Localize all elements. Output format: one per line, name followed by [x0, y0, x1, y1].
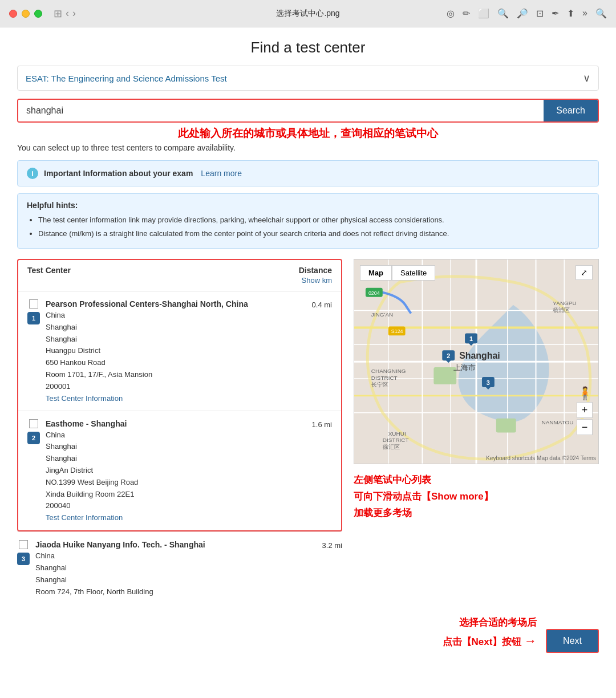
item-3-addr-3: Room 724, 7th Floor, North Building	[35, 586, 317, 598]
chevron-down-icon[interactable]: ∨	[583, 72, 590, 84]
results-section: Test Center Distance Show km 1 Pearson P…	[17, 259, 599, 531]
svg-text:3: 3	[487, 379, 490, 386]
minimize-button[interactable]	[22, 10, 30, 18]
item-2-name: Easthome - Shanghai	[46, 419, 306, 428]
item-1-details: Pearson Professional Centers-Shanghai No…	[46, 299, 306, 403]
svg-text:长宁区: 长宁区	[371, 382, 388, 388]
annotate-icon[interactable]: ◎	[447, 8, 455, 19]
test-center-list: Test Center Distance Show km 1 Pearson P…	[17, 259, 342, 531]
page-title: Find a test center	[17, 39, 599, 56]
zoom-out-icon[interactable]: 🔎	[517, 8, 528, 19]
list-annotation: 左侧笔试中心列表可向下滑动点击【Show more】加载更多考场	[354, 472, 599, 522]
svg-text:CHANGNING: CHANGNING	[371, 368, 406, 374]
item-1-info-link[interactable]: Test Center Information	[46, 394, 306, 403]
item-1-distance: 0.4 mi	[312, 299, 332, 403]
info-box-text: Important Information about your exam	[44, 169, 193, 178]
list-header-center-label: Test Center	[27, 266, 71, 285]
next-annotation: 选择合适的考场后点击【Next】按钮 →	[443, 615, 537, 650]
svg-text:DISTRICT: DISTRICT	[383, 437, 409, 443]
exam-banner-text: ESAT: The Engineering and Science Admiss…	[26, 74, 227, 83]
svg-text:0204: 0204	[368, 290, 380, 296]
more-icon[interactable]: »	[582, 8, 587, 19]
zoom-in-icon[interactable]: 🔍	[497, 8, 509, 19]
search-row: Search	[17, 99, 599, 123]
sidebar-toggle-icon[interactable]: ⊞	[54, 7, 62, 20]
item-1-checkbox[interactable]	[29, 299, 38, 309]
learn-more-link[interactable]: Learn more	[201, 169, 242, 178]
svg-text:S124: S124	[391, 328, 403, 334]
item-3-details: Jiaoda Huike Nanyang Info. Tech. - Shang…	[35, 540, 317, 598]
svg-text:XUHUI: XUHUI	[388, 431, 406, 437]
show-km-link[interactable]: Show km	[302, 276, 332, 285]
info-box: i Important Information about your exam …	[17, 160, 599, 186]
item-3-checkbox[interactable]	[19, 540, 28, 549]
svg-rect-15	[433, 367, 456, 384]
item-2-distance: 1.6 mi	[312, 419, 332, 522]
item-3-distance: 3.2 mi	[322, 540, 342, 598]
toolbar-icons: ◎ ✏ ⬜ 🔍 🔎 ⊡ ✒ ⬆ » 🔍	[447, 8, 607, 19]
map-zoom-controls: + −	[577, 402, 593, 435]
svg-text:徐汇区: 徐汇区	[383, 444, 400, 450]
item-3-name: Jiaoda Huike Nanyang Info. Tech. - Shang…	[35, 540, 317, 549]
item-1-addr-6: 200001	[46, 381, 306, 393]
maximize-button[interactable]	[34, 10, 42, 18]
svg-text:YANGPU: YANGPU	[553, 300, 576, 306]
item-1-addr-0: China	[46, 310, 306, 322]
exam-banner: ESAT: The Engineering and Science Admiss…	[17, 66, 599, 91]
hint-item-1: The test center information link may pro…	[38, 214, 589, 226]
item-2-addr-2: Shanghai	[46, 453, 306, 465]
test-center-item-2: 2 Easthome - Shanghai China Shanghai Sha…	[18, 411, 341, 531]
map-expand-icon[interactable]: ⤢	[576, 265, 593, 280]
search-annotation-chinese: 此处输入所在的城市或具体地址，查询相应的笔试中心	[17, 126, 599, 141]
zoom-in-button[interactable]: +	[577, 402, 593, 418]
item-1-addr-5: Room 1701, 17/F., Asia Mansion	[46, 369, 306, 381]
tab-map[interactable]: Map	[360, 265, 392, 281]
pegman-icon[interactable]: 🧍	[577, 386, 593, 401]
zoom-out-button[interactable]: −	[577, 419, 593, 435]
search-button[interactable]: Search	[544, 100, 598, 121]
map-svg: Shanghai 上海市 CHANGNING DISTRICT 长宁区 JING…	[354, 259, 598, 464]
list-header-distance-area: Distance Show km	[299, 266, 332, 285]
close-button[interactable]	[9, 10, 17, 18]
item-2-addr-4: NO.1399 West Beijing Road	[46, 477, 306, 489]
search-input[interactable]	[18, 100, 544, 121]
forward-icon[interactable]: ›	[72, 7, 76, 20]
item-2-info-link[interactable]: Test Center Information	[46, 513, 306, 522]
item-2-details: Easthome - Shanghai China Shanghai Shang…	[46, 419, 306, 522]
share-icon[interactable]: ⬆	[567, 8, 574, 19]
next-button[interactable]: Next	[546, 629, 599, 653]
zoom-fit-icon[interactable]: ⊡	[536, 8, 544, 19]
svg-text:杨浦区: 杨浦区	[552, 307, 570, 313]
search-icon[interactable]: 🔍	[595, 8, 607, 19]
draw-icon[interactable]: ✒	[552, 8, 559, 19]
test-center-item-1: 1 Pearson Professional Centers-Shanghai …	[18, 291, 341, 411]
item-1-checkbox-area: 1	[27, 299, 40, 403]
item-2-checkbox[interactable]	[29, 419, 38, 428]
item-1-addr-3: Huangpu District	[46, 345, 306, 357]
edit-icon[interactable]: ✏	[463, 8, 470, 19]
crop-icon[interactable]: ⬜	[478, 8, 489, 19]
hint-item-2: Distance (mi/km) is a straight line calc…	[38, 228, 589, 240]
svg-text:DISTRICT: DISTRICT	[371, 375, 398, 381]
distance-label: Distance	[299, 266, 332, 275]
item-1-marker: 1	[27, 312, 40, 324]
item-1-name: Pearson Professional Centers-Shanghai No…	[46, 299, 306, 309]
item-2-addr-1: Shanghai	[46, 441, 306, 453]
list-annotation-text: 左侧笔试中心列表可向下滑动点击【Show more】加载更多考场	[354, 472, 599, 522]
svg-text:JING'AN: JING'AN	[371, 311, 393, 318]
subtitle-text: You can select up to three test centers …	[17, 143, 599, 152]
titlebar: ⊞ ‹ › 选择考试中心.png ◎ ✏ ⬜ 🔍 🔎 ⊡ ✒ ⬆ » 🔍	[0, 0, 616, 27]
item-1-addr-4: 650 Hankou Road	[46, 357, 306, 369]
item-3-addr-2: Shanghai	[35, 574, 317, 586]
item-2-marker: 2	[27, 432, 40, 444]
tab-satellite[interactable]: Satellite	[392, 265, 435, 281]
test-center-item-3: 3 Jiaoda Huike Nanyang Info. Tech. - Sha…	[17, 531, 342, 606]
map-area: Shanghai 上海市 CHANGNING DISTRICT 长宁区 JING…	[354, 259, 599, 531]
traffic-lights	[9, 10, 42, 18]
item-2-addr-6: 200040	[46, 500, 306, 512]
item-3-addr-1: Shanghai	[35, 562, 317, 574]
back-icon[interactable]: ‹	[66, 7, 69, 20]
item-1-addr-1: Shanghai	[46, 322, 306, 334]
window-title: 选择考试中心.png	[276, 9, 339, 19]
item-2-addr-0: China	[46, 429, 306, 441]
